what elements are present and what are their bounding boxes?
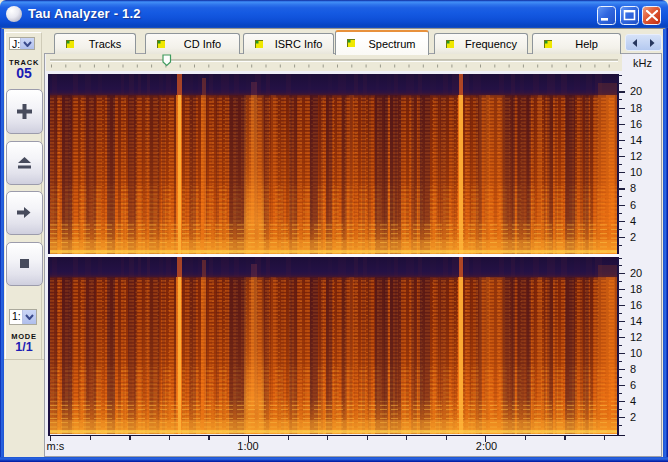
svg-text:18: 18 [630, 102, 642, 114]
svg-text:1:00: 1:00 [237, 440, 258, 452]
svg-text:8: 8 [630, 363, 636, 375]
svg-text:6: 6 [630, 199, 636, 211]
svg-text:18: 18 [630, 283, 642, 295]
svg-text:m:s: m:s [47, 440, 65, 452]
svg-text:12: 12 [630, 331, 642, 343]
svg-text:16: 16 [630, 299, 642, 311]
svg-text:10: 10 [630, 347, 642, 359]
svg-text:20: 20 [630, 267, 642, 279]
svg-text:kHz: kHz [633, 57, 652, 69]
svg-text:6: 6 [630, 379, 636, 391]
svg-text:14: 14 [630, 315, 642, 327]
svg-text:4: 4 [630, 215, 636, 227]
svg-text:4: 4 [630, 395, 636, 407]
svg-text:12: 12 [630, 150, 642, 162]
svg-text:2: 2 [630, 411, 636, 423]
svg-text:10: 10 [630, 166, 642, 178]
svg-text:8: 8 [630, 182, 636, 194]
svg-text:14: 14 [630, 134, 642, 146]
svg-text:2:00: 2:00 [476, 440, 497, 452]
svg-text:2: 2 [630, 231, 636, 243]
svg-text:20: 20 [630, 85, 642, 97]
svg-text:16: 16 [630, 118, 642, 130]
